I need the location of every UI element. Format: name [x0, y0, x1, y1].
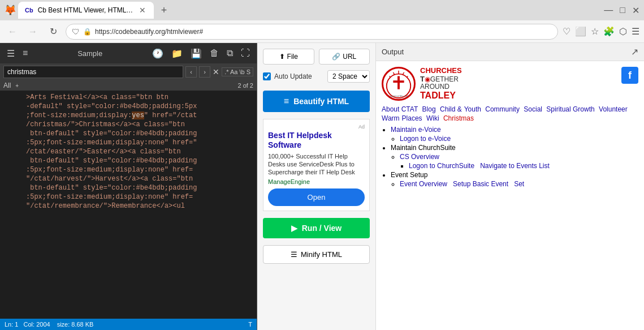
- svg-text:Established May 1965: Established May 1965: [388, 95, 409, 97]
- minimize-icon[interactable]: ―: [604, 5, 613, 16]
- nav-right-controls: ♡ ⬜ ☆ 🧩 ⬡ ☰: [563, 26, 639, 37]
- tab-close-button[interactable]: ✕: [137, 5, 148, 16]
- run-button[interactable]: ▶ Run / View: [263, 218, 370, 238]
- list-item-logon-churchsuite: Logon to ChurchSuite Navigate to Events …: [409, 162, 638, 170]
- nav-link-blog[interactable]: Blog: [422, 105, 436, 113]
- output-expand-icon[interactable]: ↗: [631, 46, 638, 57]
- extensions-puzzle-icon[interactable]: 🧩: [603, 26, 615, 37]
- folder-icon[interactable]: 📁: [169, 46, 185, 61]
- code-editor[interactable]: >Arts Festival</a><a class="btn btn -def…: [0, 91, 257, 319]
- auto-update-checkbox[interactable]: [263, 72, 271, 80]
- facebook-icon[interactable]: f: [621, 67, 638, 84]
- code-line: ;font-size:medium;display:yes" href="/ct…: [0, 111, 257, 120]
- search-bar: ‹ › ✕ .* Aa \b S: [0, 63, 257, 80]
- tab-bar: 🦊 Cb Cb Best HTML Viewer, HTML Beau ✕ + …: [0, 0, 644, 20]
- list-link-maintain-evoice[interactable]: Maintain e-Voice: [391, 126, 441, 134]
- code-line: -default" style="color:#be4bdb;padding:5…: [0, 102, 257, 111]
- status-bar: Ln: 1 Col: 2004 size: 8.68 KB T: [0, 319, 257, 330]
- search-input[interactable]: [3, 66, 183, 78]
- ad-open-button[interactable]: Open: [268, 188, 365, 206]
- copy-icon[interactable]: ⧉: [224, 46, 235, 61]
- nav-link-community[interactable]: Community: [485, 105, 520, 113]
- sublist-event-setup: Event Overview Setup Basic Event Set: [400, 180, 638, 188]
- address-bar[interactable]: 🛡 🔒 https://codebeautify.org/htmlviewer#: [66, 24, 558, 40]
- list-icon[interactable]: ☰: [5, 46, 17, 61]
- minify-button[interactable]: ☰ Minify HTML: [263, 245, 370, 264]
- list-link-logon-churchsuite[interactable]: Logon to ChurchSuite: [409, 162, 474, 170]
- list-link-navigate-events[interactable]: Navigate to Events List: [480, 162, 550, 170]
- list-link-logon-evoice[interactable]: Logon to e-Voice: [400, 135, 451, 143]
- code-line: /christmas/">Christmas</a><a class="btn: [0, 120, 257, 129]
- bookmark-heart-icon[interactable]: ♡: [563, 26, 570, 37]
- delete-icon[interactable]: 🗑: [208, 46, 221, 61]
- close-window-icon[interactable]: ✕: [632, 5, 639, 16]
- output-header: Output ↗: [376, 43, 644, 61]
- save-icon[interactable]: 💾: [188, 46, 204, 61]
- ad-area: Ad Best IT Helpdesk Software 100,000+ Su…: [263, 119, 370, 211]
- nav-link-places[interactable]: Places: [402, 114, 422, 122]
- code-line: btn-default" style="color:#be4bdb;paddin…: [0, 156, 257, 165]
- link-icon: 🔗: [332, 53, 340, 61]
- nav-link-youth[interactable]: Youth: [464, 105, 481, 113]
- list-link-event-overview[interactable]: Event Overview: [400, 180, 447, 188]
- forward-button[interactable]: →: [25, 24, 41, 40]
- ctat-logo: Established May 1965 CHURCHES T◉GETHER A…: [382, 67, 462, 101]
- history-icon[interactable]: 🕐: [150, 46, 166, 61]
- search-prev-button[interactable]: ‹: [185, 66, 197, 78]
- search-options[interactable]: .* Aa \b S: [222, 67, 253, 76]
- search-next-button[interactable]: ›: [199, 66, 210, 78]
- output-nav-links: About CTAT Blog Child & Youth Community …: [382, 105, 638, 122]
- sublist-cs-overview: Logon to ChurchSuite Navigate to Events …: [409, 162, 638, 170]
- url-button[interactable]: 🔗 URL: [319, 49, 370, 65]
- extensions-icon[interactable]: ⬡: [619, 26, 627, 37]
- code-line: :5px;font-size:medium;display:none" href…: [0, 192, 257, 202]
- code-line: :5px;font-size:medium;display:none" href…: [0, 138, 257, 147]
- nav-link-spiritual[interactable]: Spiritual Growth: [546, 105, 594, 113]
- nav-link-social[interactable]: Social: [524, 105, 542, 113]
- list-link-setup-basic[interactable]: Setup Basic Event: [453, 180, 508, 188]
- list-link-cs-overview[interactable]: CS Overview: [400, 153, 439, 161]
- menu-icon[interactable]: ≡: [20, 46, 30, 61]
- search-close-button[interactable]: ✕: [213, 67, 219, 76]
- sample-label: Sample: [33, 49, 146, 58]
- search-all-button[interactable]: All: [3, 82, 11, 89]
- maximize-icon[interactable]: □: [620, 5, 625, 16]
- expand-icon[interactable]: ⛶: [239, 46, 252, 61]
- shield-icon: 🛡: [72, 27, 80, 36]
- tab-indicator: T: [248, 321, 252, 328]
- nav-link-about[interactable]: About CTAT: [382, 105, 418, 113]
- status-right: T: [248, 321, 252, 328]
- browser-tab[interactable]: Cb Cb Best HTML Viewer, HTML Beau ✕: [18, 2, 154, 19]
- code-line: /ctat/easter/">Easter</a><a class="btn: [0, 147, 257, 156]
- space-select-row: 2 Space 4 Space: [327, 70, 370, 83]
- nav-link-christmas[interactable]: Christmas: [443, 114, 474, 122]
- main-area: ☰ ≡ Sample 🕐 📁 💾 🗑 ⧉ ⛶ ‹ › ✕ .* Aa \b S …: [0, 43, 644, 330]
- code-line: "/ctat/remembrance/">Remembrance</a><ul: [0, 202, 257, 211]
- menu-icon[interactable]: ☰: [632, 26, 639, 37]
- nav-link-wiki[interactable]: Wiki: [426, 114, 439, 122]
- star-icon[interactable]: ☆: [591, 26, 599, 37]
- screenshot-icon[interactable]: ⬜: [575, 26, 586, 37]
- tab-bar-controls: ― □ ✕: [604, 5, 639, 16]
- nav-link-warm[interactable]: Warm: [382, 114, 400, 122]
- file-button[interactable]: ⬆ File: [263, 49, 314, 65]
- beautify-button[interactable]: ≡ Beautify HTML: [263, 91, 370, 112]
- code-line: "/ctat/harvest/">Harvest</a><a class="bt…: [0, 174, 257, 183]
- ctat-header: Established May 1965 CHURCHES T◉GETHER A…: [382, 67, 638, 101]
- back-button[interactable]: ←: [5, 24, 20, 40]
- list-item-event-overview: Event Overview Setup Basic Event Set: [400, 180, 638, 188]
- nav-bar: ← → ↻ 🛡 🔒 https://codebeautify.org/htmlv…: [0, 20, 644, 43]
- list-item-churchsuite: Maintain ChurchSuite CS Overview Logon t…: [391, 144, 638, 170]
- beautify-icon: ≡: [284, 96, 289, 106]
- nav-link-volunteer[interactable]: Volunteer: [599, 105, 628, 113]
- reload-button[interactable]: ↻: [45, 24, 61, 40]
- space-select[interactable]: 2 Space 4 Space: [327, 70, 370, 83]
- code-line: btn-default" style="color:#be4bdb;paddin…: [0, 183, 257, 192]
- new-tab-button[interactable]: +: [156, 2, 172, 18]
- editor-toolbar: ☰ ≡ Sample 🕐 📁 💾 🗑 ⧉ ⛶: [0, 43, 257, 63]
- play-icon: ▶: [291, 224, 297, 233]
- output-title: Output: [382, 48, 631, 56]
- code-line: :5px;font-size:medium;display:none" href…: [0, 165, 257, 174]
- list-link-set[interactable]: Set: [514, 180, 524, 188]
- nav-link-child[interactable]: Child &: [440, 105, 462, 113]
